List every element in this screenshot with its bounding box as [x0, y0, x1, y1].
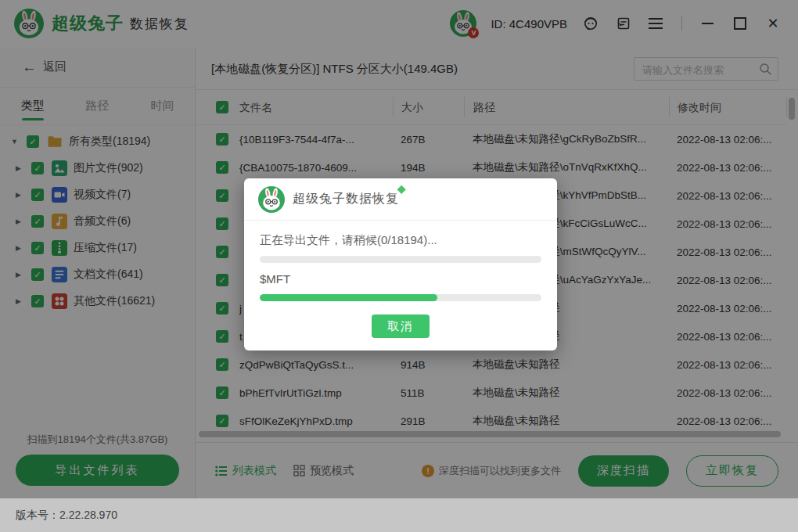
dialog-title: 超级兔子数据恢复 — [293, 191, 399, 207]
current-file-label: $MFT — [260, 272, 290, 286]
status-bar: 版本号：2.22.28.970 — [0, 498, 798, 532]
version-label: 版本号：2.22.28.970 — [16, 509, 117, 523]
dialog-header: 超级兔子数据恢复 — [244, 178, 557, 221]
cancel-button[interactable]: 取消 — [372, 315, 430, 338]
dialog-rabbit-icon — [258, 186, 285, 213]
export-status-text: 正在导出文件，请稍候(0/18194)... — [260, 233, 437, 248]
overall-progress-bar — [260, 256, 541, 263]
export-progress-dialog: 超级兔子数据恢复 正在导出文件，请稍候(0/18194)... $MFT 取消 — [244, 178, 557, 350]
current-progress-fill — [260, 294, 437, 301]
current-progress-bar — [260, 294, 541, 301]
